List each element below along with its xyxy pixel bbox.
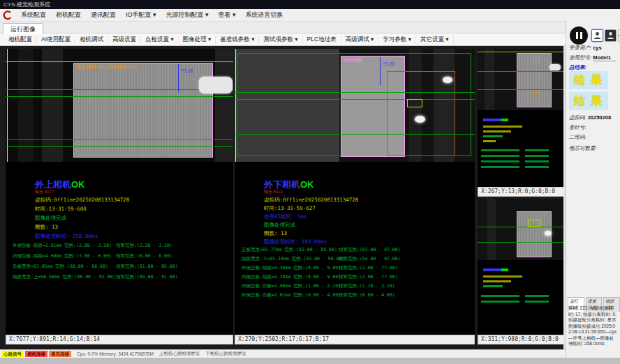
camera-canvas-small-top[interactable] xyxy=(478,49,564,187)
login-user-label: 登录用户: xyxy=(569,45,591,51)
tool-other-settings[interactable]: 其它设置 ▾ xyxy=(416,36,454,44)
yellow-roi-rect xyxy=(528,220,540,227)
elapsed-line: 图像处理耗时: 258.00ms xyxy=(35,233,98,240)
pin-field: 卷针号: xyxy=(569,124,619,131)
measurement-row: 内侧正极-隔膜=4.28mm 范围:(0.00 - 9.00) 报警范围:(2.… xyxy=(235,274,475,282)
mini-text-line xyxy=(483,275,522,278)
cursor-readout-left: X:7677;Y:891;R:14;G:14;B:14 xyxy=(6,335,233,344)
window-title: CYS-视觉检测系统 xyxy=(3,1,50,8)
measure-value-label: 73.68 xyxy=(181,68,193,73)
image-edge-line xyxy=(7,49,8,162)
mini-measure-line xyxy=(481,301,519,303)
mini-measure-line xyxy=(481,160,519,162)
cpu-memory-readout: Cpu: 0.0% Memory: 3424.41796875M xyxy=(77,351,154,356)
measurement-row: 正极宽度=83.77mm 范围:(82.00 - 88.00) 报警范围:(83… xyxy=(235,247,475,255)
tool-camera-config[interactable]: 相机配置 xyxy=(4,36,37,44)
menu-bar: 系统配置 相机配置 通讯配置 IO手配置 ▾ 光源控制配置 ▾ 查看 ▾ 系统语… xyxy=(0,9,620,22)
menu-item-io-config[interactable]: IO手配置 ▾ xyxy=(121,10,161,20)
measurement-row: 负极宽度=83.05mm 范围:(80.00 - 86.00) 报警范围:(81… xyxy=(6,264,233,271)
measurement-row: 隔膜宽度-上=90.56mm 范围:(88.00 - 92.00) 报警范围:(… xyxy=(6,274,233,282)
barcode-line: 虚拟码:0ff1ine20250208133134728 xyxy=(35,197,129,204)
mini-measure-line xyxy=(525,166,549,168)
camera-view-upper-outer[interactable]: 73.68 固定阈值:93，动态阈值:100 外上相机OK 曝光:8177 虚拟… xyxy=(6,49,233,344)
total-result-label: 总结果: xyxy=(569,64,586,70)
camera-image-small-top xyxy=(478,49,564,110)
green-measure-line xyxy=(478,227,564,227)
menu-item-language-switch[interactable]: 系统语言切换 xyxy=(241,10,288,20)
measurement-text: 正极宽度=83.77mm 范围:(82.00 - 88.00) xyxy=(242,247,337,253)
process-done-line: 图像处理完成 xyxy=(264,222,295,229)
camera-image-right: AI检测框 73.80 xyxy=(235,49,475,162)
log-output[interactable]: 耗时: 222, 拍摄检测耗时: 17, 拍摄分离耗时: 0, 拍摄提取分离耗时… xyxy=(568,305,618,360)
cell-count-field: 电芯写数量: xyxy=(569,145,619,152)
mini-ok-text xyxy=(501,268,508,271)
tool-baseline-params[interactable]: 基准线参数 ▾ xyxy=(216,36,259,44)
camera-canvas-small-bottom[interactable] xyxy=(478,199,564,335)
bright-spot xyxy=(545,231,552,236)
measurement-text: 内侧正极-负极=1.90mm 范围:(1.00 - 2.20) xyxy=(242,283,341,289)
measurement-text: 隔膜宽度-上=90.56mm 范围:(88.00 - 92.00) xyxy=(13,274,115,280)
result-box-2: 结 果 xyxy=(569,92,608,110)
tool-image-processing[interactable]: 图像处理 ▾ xyxy=(179,36,216,44)
mini-text-line xyxy=(483,135,503,137)
mini-measure-line xyxy=(525,149,549,151)
tool-advanced-debug[interactable]: 高级调试 ▾ xyxy=(341,36,379,44)
admin-icon xyxy=(607,31,614,40)
camera-image-small-bottom xyxy=(478,199,564,260)
camera-view-small-bottom[interactable]: X:311;Y:980;R:0;G:0;B:0 xyxy=(478,199,564,344)
tool-learning-params[interactable]: 学习参数 ▾ xyxy=(378,36,416,44)
user-button[interactable] xyxy=(591,29,603,42)
measure-value-label: 73.80 xyxy=(383,61,395,66)
green-measure-line xyxy=(478,242,564,243)
model-value[interactable]: Model1 xyxy=(593,54,617,61)
pause-button[interactable] xyxy=(570,26,588,45)
camera-view-small-top[interactable]: X:267;Y:13;R:0;G:0;B:0 xyxy=(478,49,564,197)
orange-marker xyxy=(533,57,540,63)
measurement-text: 外侧负极-隔膜=2.91mm 范围:(2.00 - 3.50) xyxy=(13,243,112,249)
menu-item-camera-config[interactable]: 相机配置 xyxy=(51,10,86,20)
model-field: 使用型号: Model1 xyxy=(569,54,619,61)
menu-item-system-config[interactable]: 系统配置 xyxy=(16,10,51,20)
admin-button[interactable] xyxy=(605,29,617,42)
qr-field: 二维码: xyxy=(569,134,619,141)
measurement-text: 外侧正极-隔膜=4.38mm 范围:(0.00 - 9.00) xyxy=(242,265,341,271)
image-stripe xyxy=(487,199,496,260)
mini-text-line xyxy=(483,280,511,282)
measurement-row: 隔膜宽度-下=95.24mm 范围:(93.00 - 98.00) 报警范围:(… xyxy=(235,256,475,264)
menu-item-view[interactable]: 查看 ▾ xyxy=(214,10,241,20)
tab-connector-blob xyxy=(549,64,561,70)
tool-camera-debug[interactable]: 相机调试 xyxy=(75,36,108,44)
measurement-alarm: 报警范围:(0.00 - 8.00) xyxy=(116,253,172,259)
app-status-bar: 心跳信号 相机连接 通讯连接 Cpu: 0.0% Memory: 3424.41… xyxy=(0,349,566,358)
camera-canvas-left[interactable]: 73.68 固定阈值:93，动态阈值:100 外上相机OK 曝光:8177 虚拟… xyxy=(6,49,233,335)
tool-test-item-params[interactable]: 测试项参数 ▾ xyxy=(259,36,302,44)
qr-label: 二维码: xyxy=(569,134,586,140)
mini-measure-line xyxy=(481,155,519,157)
mini-measure-line xyxy=(525,160,549,162)
menu-item-comm-config[interactable]: 通讯配置 xyxy=(86,10,121,20)
barcode-line: 虚拟码:0ff1ine20250208133134728 xyxy=(264,197,358,204)
mini-measure-line xyxy=(525,295,549,297)
tool-plc-address-table[interactable]: PLC地址表 xyxy=(303,36,341,44)
result-box-1: 结 果 xyxy=(569,71,608,89)
green-measure-line xyxy=(478,71,564,72)
heartbeat-status-badge: 心跳信号 xyxy=(1,351,24,357)
measurement-alarm: 报警范围:(0.60 - 4.00) xyxy=(339,292,395,298)
measurement-alarm: 报警范围:(94.00 - 97.00) xyxy=(339,256,401,262)
camera-view-lower-outer[interactable]: AI检测框 73.80 外下相机OK 曝光:8110 虚拟码:0ff1ine20… xyxy=(235,49,475,344)
tool-spot-check-settings[interactable]: 点检设置 ▾ xyxy=(141,36,179,44)
mini-text-line xyxy=(483,126,522,128)
camera-canvas-right[interactable]: AI检测框 73.80 外下相机OK 曝光:8110 虚拟码:0ff1ine20… xyxy=(235,49,475,335)
menu-item-light-control-config[interactable]: 光源控制配置 ▾ xyxy=(161,10,214,20)
time-line: 时间:13-31-59-627 xyxy=(264,205,316,212)
model-label: 使用型号: xyxy=(569,54,591,61)
cursor-readout-small-bottom: X:311;Y:980;R:0;G:0;B:0 xyxy=(478,335,564,344)
tool-ai-usage-config[interactable]: AI使用配置 xyxy=(37,36,75,44)
mini-measure-line xyxy=(481,149,519,151)
mini-text-line xyxy=(483,130,511,132)
vcode-field: 虚拟码: 20250208 xyxy=(569,114,619,121)
tool-advanced-settings[interactable]: 高级设置 xyxy=(108,36,141,44)
login-user-field: 登录用户: cys xyxy=(569,45,619,52)
app-logo-icon xyxy=(2,10,13,20)
measurement-alarm: 报警范围:(2.00 - 77.00) xyxy=(339,265,398,271)
